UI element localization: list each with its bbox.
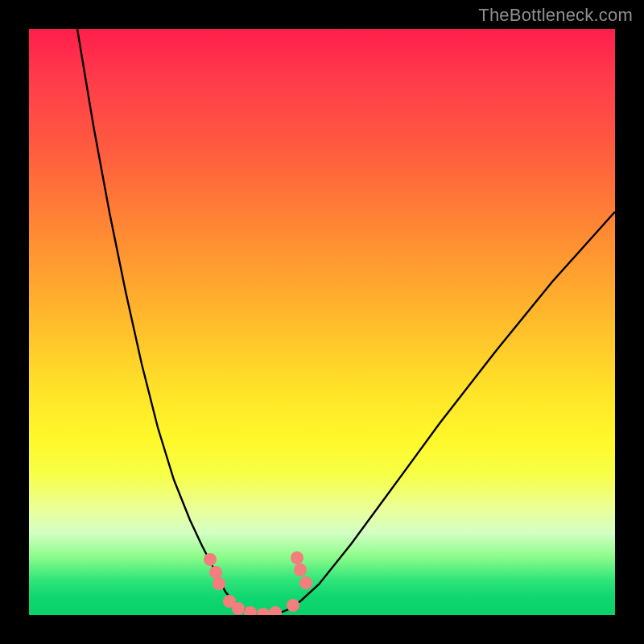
marker-dot — [269, 606, 282, 615]
plot-area — [29, 29, 615, 615]
marker-dot — [213, 577, 225, 590]
marker-dot — [204, 553, 217, 566]
marker-dot — [294, 564, 307, 576]
chart-frame: TheBottleneck.com — [0, 0, 644, 644]
bottleneck-curve — [29, 29, 615, 615]
marker-dot — [244, 606, 257, 615]
marker-dot — [232, 602, 245, 615]
watermark-text: TheBottleneck.com — [478, 5, 633, 26]
curve-path — [77, 29, 615, 614]
marker-dot — [291, 551, 303, 564]
marker-dot — [257, 608, 270, 615]
marker-dot — [287, 599, 299, 612]
marker-dot — [299, 576, 312, 589]
